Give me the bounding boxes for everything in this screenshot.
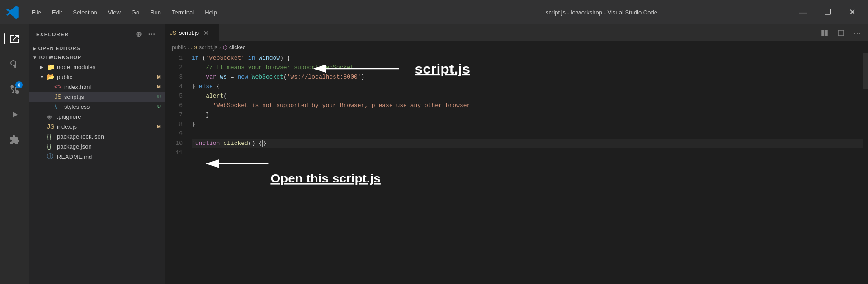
line-num-1: 1 (165, 53, 188, 63)
close-button[interactable]: ✕ (842, 5, 863, 19)
more-editor-actions-button[interactable]: ⋯ (850, 27, 864, 39)
workspace-section[interactable]: ▼ IOTWORKSHOP (29, 53, 165, 62)
search-activity-icon[interactable] (4, 53, 25, 75)
breadcrumb-script-js[interactable]: script.js (199, 44, 217, 51)
menu-run[interactable]: Run (146, 7, 165, 18)
file-index-js[interactable]: JS index.js M (29, 121, 165, 131)
file-readme[interactable]: ⓘ README.md (29, 151, 165, 162)
scm-badge: 6 (15, 81, 23, 88)
tab-bar: JS script.js ✕ ⋯ (165, 24, 868, 42)
window-controls: — ❐ ✕ (793, 5, 863, 19)
vscode-logo (5, 5, 20, 19)
code-line-2: // It means your browser supoort WebSock… (192, 63, 863, 72)
file-script-js[interactable]: JS script.js U (29, 92, 165, 102)
folder-node-modules[interactable]: ▶ 📁 node_modules (29, 62, 165, 72)
workspace-chevron: ▼ (33, 55, 38, 60)
line-num-11: 11 (165, 148, 188, 158)
line-num-10: 10 (165, 139, 188, 148)
json-file-icon: {} (47, 133, 55, 140)
file-package-lock[interactable]: {} package-lock.json (29, 131, 165, 141)
folder-icon: 📁 (47, 63, 55, 70)
menu-edit[interactable]: Edit (47, 7, 66, 18)
script-js-badge: U (157, 94, 161, 99)
line-num-8: 8 (165, 120, 188, 129)
run-activity-icon[interactable] (4, 104, 25, 126)
open-editors-section[interactable]: ▶ OPEN EDITORS (29, 44, 165, 53)
minimize-button[interactable]: — (793, 5, 814, 19)
file-index-html[interactable]: <> index.html M (29, 82, 165, 92)
index-js-name: index.js (57, 123, 157, 130)
tab-bar-actions: ⋯ (817, 24, 868, 41)
tab-label: script.js (179, 29, 199, 36)
editor-wrapper: JS script.js ✕ ⋯ public (165, 24, 868, 284)
tab-close-button[interactable]: ✕ (202, 28, 211, 37)
public-name: public (57, 74, 157, 80)
title-bar: File Edit Selection View Go Run Terminal… (0, 0, 868, 24)
open-editors-label: OPEN EDITORS (38, 46, 80, 51)
scm-activity-icon[interactable]: 6 (4, 79, 25, 100)
window-title: script.js - iotworkshop - Visual Studio … (410, 9, 793, 16)
breadcrumb-sep-1: › (188, 44, 189, 51)
code-line-6: 'WebSocket is not supported by your Brow… (192, 101, 863, 110)
explorer-activity-icon[interactable] (4, 28, 25, 50)
extensions-activity-icon[interactable] (4, 129, 25, 151)
line-num-4: 4 (165, 82, 188, 91)
sidebar-actions: ⊕ ⋯ (134, 29, 157, 39)
menu-selection[interactable]: Selection (68, 7, 101, 18)
json-file-icon2: {} (47, 143, 55, 150)
split-editor-button[interactable] (817, 27, 832, 39)
more-actions-icon[interactable]: ⋯ (146, 29, 158, 39)
code-line-7: } (192, 110, 863, 120)
code-line-3: var ws = new WebSocket('ws://localhost:8… (192, 72, 863, 82)
line-numbers: 1 2 3 4 5 6 7 8 9 10 11 (165, 53, 188, 284)
menu-bar: File Edit Selection View Go Run Terminal… (27, 7, 410, 18)
menu-file[interactable]: File (27, 7, 46, 18)
menu-view[interactable]: View (104, 7, 125, 18)
html-file-icon: <> (54, 83, 62, 90)
file-gitignore[interactable]: ◈ .gitignore (29, 112, 165, 121)
index-html-name: index.html (64, 84, 157, 90)
folder-open-icon: 📂 (47, 73, 55, 80)
toggle-panel-button[interactable] (834, 27, 848, 39)
readme-name: README.md (57, 154, 165, 160)
menu-help[interactable]: Help (200, 7, 222, 18)
md-file-icon: ⓘ (47, 153, 55, 161)
code-line-4: } else { (192, 82, 863, 91)
folder-public[interactable]: ▼ 📂 public M (29, 72, 165, 82)
breadcrumb-cube-icon: ⬡ (223, 44, 227, 51)
tab-script-js[interactable]: JS script.js ✕ (165, 24, 219, 41)
code-region: 1 2 3 4 5 6 7 8 9 10 11 if ('WebSocket' … (165, 53, 868, 284)
package-json-name: package.json (57, 143, 165, 150)
package-lock-name: package-lock.json (57, 133, 165, 140)
code-line-5: alert( (192, 91, 863, 101)
code-line-1: if ('WebSocket' in window) { (192, 53, 863, 63)
menu-terminal[interactable]: Terminal (167, 7, 198, 18)
activity-bar: 6 (0, 24, 29, 284)
line-num-9: 9 (165, 129, 188, 139)
file-package-json[interactable]: {} package.json (29, 141, 165, 151)
menu-go[interactable]: Go (127, 7, 144, 18)
code-line-11 (192, 148, 863, 158)
styles-css-badge: U (157, 104, 161, 109)
breadcrumb: public › JS script.js › ⬡ clicked (165, 42, 868, 53)
node-modules-chevron: ▶ (40, 65, 47, 70)
maximize-button[interactable]: ❐ (817, 5, 838, 19)
css-file-icon: # (54, 103, 62, 110)
line-num-2: 2 (165, 63, 188, 72)
code-content[interactable]: if ('WebSocket' in window) { // It means… (188, 53, 863, 284)
code-line-10: function clicked() {} (192, 139, 863, 148)
breadcrumb-clicked[interactable]: clicked (229, 44, 246, 51)
line-num-5: 5 (165, 91, 188, 101)
code-line-9 (192, 129, 863, 139)
breadcrumb-public[interactable]: public (172, 44, 186, 51)
code-editor[interactable]: 1 2 3 4 5 6 7 8 9 10 11 if ('WebSocket' … (165, 53, 868, 284)
file-styles-css[interactable]: # styles.css U (29, 102, 165, 112)
styles-css-name: styles.css (64, 103, 157, 110)
sidebar-header: EXPLORER ⊕ ⋯ (29, 24, 165, 44)
new-file-icon[interactable]: ⊕ (134, 29, 144, 39)
gitignore-name: .gitignore (57, 113, 165, 120)
breadcrumb-sep-2: › (219, 44, 221, 51)
main-layout: 6 EXPLORER ⊕ ⋯ ▶ OPEN EDITORS (0, 24, 868, 284)
workspace-label: IOTWORKSHOP (39, 55, 81, 60)
index-js-badge: M (157, 124, 161, 129)
